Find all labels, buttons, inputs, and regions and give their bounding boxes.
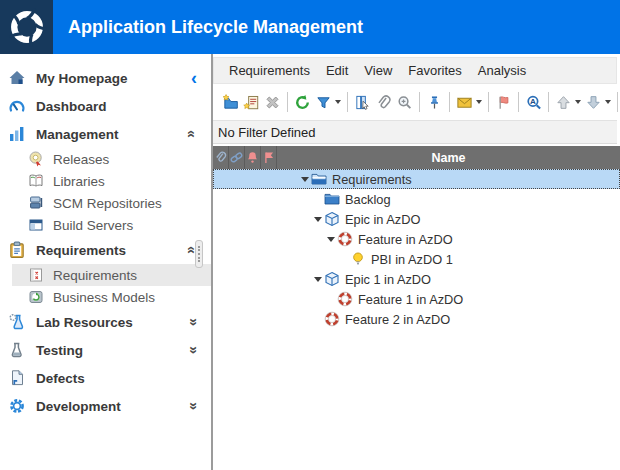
- column-header-name[interactable]: Name: [277, 146, 620, 169]
- toolbar: A: [213, 84, 620, 120]
- tree-row-feature-1-in-azdo[interactable]: Feature 1 in AzDO: [213, 289, 620, 309]
- sidebar-item-build-servers[interactable]: Build Servers: [0, 214, 211, 236]
- filter-dropdown-icon[interactable]: [335, 100, 341, 104]
- requirements-item-icon: [28, 267, 44, 283]
- app-header: Application Lifecycle Management: [0, 0, 620, 54]
- sidebar-item-scm-repositories[interactable]: SCM Repositories: [0, 192, 211, 214]
- vortex-logo-icon: [6, 6, 48, 48]
- expand-group-icon[interactable]: «: [185, 318, 199, 326]
- flag-button[interactable]: [495, 94, 512, 111]
- sidebar-item-label: Requirements: [36, 243, 126, 258]
- sidebar-item-requirements[interactable]: Requirements«: [0, 236, 211, 264]
- find-button[interactable]: A: [525, 94, 542, 111]
- move-down-button[interactable]: [585, 94, 611, 111]
- column-header-link[interactable]: [229, 146, 245, 169]
- tree-item-label: PBI in AzDO 1: [371, 252, 453, 267]
- attachment-button[interactable]: [375, 94, 392, 111]
- grid-header: Name: [213, 146, 620, 169]
- sidebar-item-releases[interactable]: Releases: [0, 148, 211, 170]
- build-servers-icon: [28, 217, 44, 233]
- sidebar-item-development[interactable]: Development«: [0, 392, 211, 420]
- new-requirement-button[interactable]: [243, 94, 260, 111]
- move-down-icon: [585, 94, 602, 111]
- expand-group-icon[interactable]: «: [185, 402, 199, 410]
- tree-row-requirements[interactable]: Requirements: [213, 169, 620, 189]
- column-header-alert[interactable]: [245, 146, 261, 169]
- filter-button[interactable]: [315, 94, 341, 111]
- brand-logo: [0, 0, 53, 54]
- tree-item-label: Feature 1 in AzDO: [358, 292, 463, 307]
- move-down-dropdown-icon[interactable]: [605, 100, 611, 104]
- sidebar-item-business-models[interactable]: Business Models: [0, 286, 211, 308]
- zoom-button[interactable]: [396, 94, 413, 111]
- select-columns-button[interactable]: [354, 94, 371, 111]
- new-folder-button[interactable]: [222, 94, 239, 111]
- requirements-tree: RequirementsBacklogEpic in AzDOFeature i…: [213, 169, 620, 329]
- menu-favorites[interactable]: Favorites: [400, 63, 469, 78]
- sidebar-item-management[interactable]: Management«: [0, 120, 211, 148]
- toolbar-separator: [449, 92, 450, 112]
- filter-bar: No Filter Defined: [213, 120, 617, 144]
- defects-icon: [8, 369, 26, 387]
- sidebar-item-label: Development: [36, 399, 121, 414]
- sidebar-item-label: Testing: [36, 343, 83, 358]
- tree-item-label: Feature 2 in AzDO: [345, 312, 450, 327]
- development-icon: [8, 397, 26, 415]
- expand-group-icon[interactable]: «: [185, 346, 199, 354]
- toolbar-separator: [518, 92, 519, 112]
- collapse-sidebar-icon[interactable]: ‹: [191, 69, 197, 87]
- column-header-follow-flag[interactable]: [261, 146, 277, 169]
- refresh-button[interactable]: [294, 94, 311, 111]
- scm-repositories-icon: [28, 195, 44, 211]
- sidebar-item-dashboard[interactable]: Dashboard: [0, 92, 211, 120]
- splitter-collapse-handle[interactable]: [195, 240, 203, 268]
- pin-button[interactable]: [426, 94, 443, 111]
- flag-icon: [495, 94, 512, 111]
- column-header-attachment[interactable]: [213, 146, 229, 169]
- tree-row-feature-2-in-azdo[interactable]: Feature 2 in AzDO: [213, 309, 620, 329]
- tree-item-label: Epic in AzDO: [345, 212, 420, 227]
- tree-row-epic-1-in-azdo[interactable]: Epic 1 in AzDO: [213, 269, 620, 289]
- delete-button[interactable]: [264, 94, 281, 111]
- menu-analysis[interactable]: Analysis: [470, 63, 534, 78]
- attachment-column-icon: [214, 151, 227, 164]
- alert-column-icon: [246, 151, 259, 164]
- sidebar-item-defects[interactable]: Defects: [0, 364, 211, 392]
- menu-bar: RequirementsEditViewFavoritesAnalysis: [213, 57, 617, 84]
- tree-row-epic-in-azdo[interactable]: Epic in AzDO: [213, 209, 620, 229]
- tree-expander-icon[interactable]: [314, 217, 324, 222]
- menu-edit[interactable]: Edit: [318, 63, 356, 78]
- filter-status-text: No Filter Defined: [218, 125, 316, 140]
- tree-item-label: Requirements: [332, 172, 412, 187]
- sidebar-item-label: Management: [36, 127, 119, 142]
- collapse-group-icon[interactable]: «: [185, 130, 199, 138]
- sidebar-item-testing[interactable]: Testing«: [0, 336, 211, 364]
- tree-row-feature-in-azdo[interactable]: Feature in AzDO: [213, 229, 620, 249]
- tree-expander-icon[interactable]: [314, 277, 324, 282]
- tree-row-backlog[interactable]: Backlog: [213, 189, 620, 209]
- email-button[interactable]: [456, 94, 482, 111]
- lab-resources-icon: [8, 313, 26, 331]
- tree-expander-icon[interactable]: [301, 177, 311, 182]
- sidebar-item-libraries[interactable]: Libraries: [0, 170, 211, 192]
- main-panel: RequirementsEditViewFavoritesAnalysis A …: [213, 54, 620, 470]
- move-up-button[interactable]: [555, 94, 581, 111]
- menu-requirements[interactable]: Requirements: [221, 63, 318, 78]
- toolbar-separator: [347, 92, 348, 112]
- tree-item-label: Backlog: [345, 192, 391, 207]
- sidebar-item-label: Business Models: [53, 290, 155, 305]
- requirements-group-icon: [8, 241, 26, 259]
- attachment-icon: [375, 94, 392, 111]
- menu-view[interactable]: View: [356, 63, 400, 78]
- app-title: Application Lifecycle Management: [68, 0, 363, 54]
- tree-expander-icon[interactable]: [327, 237, 337, 242]
- sidebar-item-lab-resources[interactable]: Lab Resources«: [0, 308, 211, 336]
- email-icon: [456, 94, 473, 111]
- folder-open-icon: [311, 171, 327, 187]
- tree-row-pbi-in-azdo-1[interactable]: PBI in AzDO 1: [213, 249, 620, 269]
- move-up-dropdown-icon[interactable]: [575, 100, 581, 104]
- email-dropdown-icon[interactable]: [476, 100, 482, 104]
- business-models-icon: [28, 289, 44, 305]
- sidebar-item-requirements[interactable]: Requirements: [0, 264, 211, 286]
- sidebar-item-my-homepage[interactable]: My Homepage‹: [0, 64, 211, 92]
